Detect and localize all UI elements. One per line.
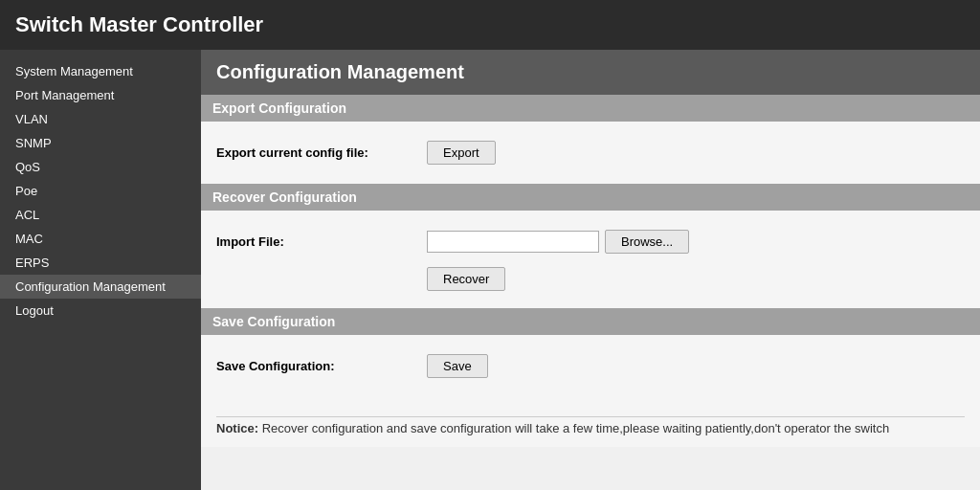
export-section: Export Configuration Export current conf…	[201, 95, 980, 184]
sidebar-item-snmp[interactable]: SNMP	[0, 131, 201, 155]
sidebar-item-port-management[interactable]: Port Management	[0, 83, 201, 107]
sidebar-item-erps[interactable]: ERPS	[0, 251, 201, 275]
sidebar-item-poe[interactable]: Poe	[0, 179, 201, 203]
sidebar-item-configuration-management[interactable]: Configuration Management	[0, 275, 201, 299]
recover-button[interactable]: Recover	[427, 267, 505, 291]
notice-body: Recover configuration and save configura…	[258, 421, 889, 435]
export-button[interactable]: Export	[427, 141, 496, 165]
sidebar-item-logout[interactable]: Logout	[0, 299, 201, 323]
save-label: Save Configuration:	[216, 359, 427, 373]
export-form-row: Export current config file: Export	[216, 133, 965, 172]
notice-section: Notice: Recover configuration and save c…	[201, 397, 980, 447]
app-title: Switch Master Controller	[15, 12, 263, 37]
recover-button-row: Recover	[216, 261, 965, 297]
save-button[interactable]: Save	[427, 354, 488, 378]
sidebar: System Management Port Management VLAN S…	[0, 50, 201, 490]
page-title: Configuration Management	[201, 50, 980, 95]
sidebar-item-mac[interactable]: MAC	[0, 227, 201, 251]
save-section-body: Save Configuration: Save	[201, 335, 980, 397]
recover-section: Recover Configuration Import File: Brows…	[201, 184, 980, 308]
main-layout: System Management Port Management VLAN S…	[0, 50, 980, 490]
import-file-controls: Browse...	[427, 230, 689, 254]
import-file-row: Import File: Browse...	[216, 222, 965, 261]
content-area: Configuration Management Export Configur…	[201, 50, 980, 490]
sidebar-item-system-management[interactable]: System Management	[0, 59, 201, 83]
sidebar-item-acl[interactable]: ACL	[0, 203, 201, 227]
import-file-input[interactable]	[427, 231, 599, 253]
browse-button[interactable]: Browse...	[605, 230, 689, 254]
export-section-header: Export Configuration	[201, 95, 980, 122]
notice-divider	[216, 416, 965, 417]
export-controls: Export	[427, 141, 496, 165]
sidebar-item-qos[interactable]: QoS	[0, 155, 201, 179]
export-section-body: Export current config file: Export	[201, 122, 980, 184]
save-controls: Save	[427, 354, 488, 378]
save-form-row: Save Configuration: Save	[216, 346, 965, 386]
sidebar-item-vlan[interactable]: VLAN	[0, 107, 201, 131]
recover-section-header: Recover Configuration	[201, 184, 980, 211]
recover-section-body: Import File: Browse... Recover	[201, 211, 980, 308]
save-section: Save Configuration Save Configuration: S…	[201, 308, 980, 397]
notice-prefix: Notice:	[216, 421, 258, 435]
import-file-label: Import File:	[216, 234, 427, 249]
notice-text: Notice: Recover configuration and save c…	[216, 421, 965, 435]
app-header: Switch Master Controller	[0, 0, 980, 50]
save-section-header: Save Configuration	[201, 308, 980, 335]
export-label: Export current config file:	[216, 145, 427, 160]
